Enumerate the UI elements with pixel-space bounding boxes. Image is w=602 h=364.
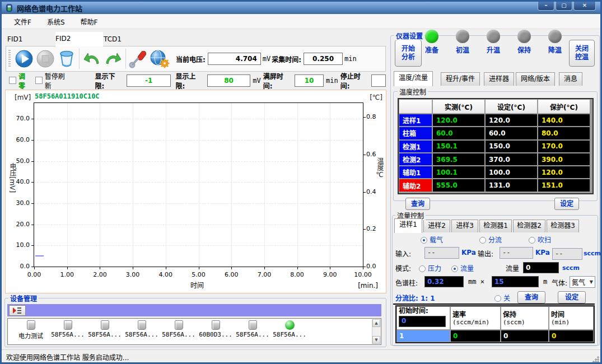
pause-refresh-checkbox[interactable] [35,77,43,84]
off-radio[interactable]: 关 [494,293,510,302]
right-axis-unit: [℃] [370,94,382,101]
flow-tab-det2[interactable]: 检测器2 [513,220,545,232]
device-item[interactable]: 电力测试 [12,320,49,340]
stop-time-input[interactable] [371,74,386,87]
close-heating-button[interactable]: 关闭 控温 [569,40,595,67]
x-tick-label: 7.00 [254,271,274,278]
row-name[interactable]: 进样1 [399,114,432,126]
zero-checkbox[interactable] [9,77,16,84]
flow-value-field[interactable]: 0 [523,262,559,273]
radio-icon[interactable] [479,237,486,244]
tab-network-version[interactable]: 网络/版本 [516,72,555,86]
initial-time-field[interactable]: 0 [399,316,446,327]
radio-icon[interactable] [421,237,427,244]
play-icon[interactable] [13,48,35,69]
gas-dropdown[interactable]: 氮气 ▼ [570,276,595,288]
y-gridline [34,245,363,246]
flow-tab-det1[interactable]: 检测器1 [479,220,512,232]
device-item[interactable]: 60B0D3... [197,320,234,340]
network-settings-icon[interactable] [149,48,170,69]
input-field[interactable]: -- [424,247,459,259]
flow-tab-det3[interactable]: 检测器3 [547,220,579,232]
upper-limit-input[interactable]: 80 [207,74,251,87]
stop-icon[interactable] [35,48,56,69]
protect-value: 151.0 [538,179,590,191]
tools-icon[interactable] [128,48,149,69]
y-tick-label: 20.0 [8,221,30,228]
ramp-row-index[interactable]: 1 [397,330,450,342]
temp-set-button[interactable]: 设定 [554,198,579,210]
device-scrollbar[interactable]: ▲ ▼ [372,319,380,344]
radio-icon[interactable] [451,265,458,272]
tab-fid2[interactable]: FID2 [55,32,103,46]
tab-injector[interactable]: 进样器 [484,72,514,86]
tab-messages[interactable]: 消息 [559,72,582,86]
flow-tab-inj1[interactable]: 进样1 [394,218,422,233]
scroll-up-icon[interactable]: ▲ [372,319,380,327]
measured-value: 100.1 [433,166,484,178]
scroll-down-icon[interactable]: ▼ [372,336,380,344]
pressure-radio[interactable]: 压力 [419,263,441,273]
tab-fid1[interactable]: FID1 [7,33,55,46]
toolbar-grip[interactable] [8,50,11,68]
input-label: 输入: [395,249,411,258]
menu-item[interactable]: 系统S [47,17,65,26]
close-heating-line1: 关闭 [570,45,594,53]
output2-unit: sccm [584,250,601,257]
upper-limit-label: 显示上限: [175,71,204,90]
resize-grip[interactable] [592,356,599,363]
y-gridline [34,161,363,162]
plot-area[interactable]: 0.00 1.00 2.00 3.00 4.00 [34,102,363,267]
instrument-icon [64,320,72,330]
fullscreen-time-unit: min [326,77,338,85]
split-radio[interactable]: 分流 [479,235,502,244]
menu-item[interactable]: 帮助F [81,17,98,26]
flow-query-button[interactable]: 查询 [517,291,545,304]
row-name[interactable]: 辅助2 [399,179,432,191]
output-field[interactable]: -- [500,247,533,259]
device-item[interactable]: 58F56A... [271,320,308,340]
flow-tab-inj3[interactable]: 进样3 [451,220,478,232]
initial-time-label: 初始时间: [399,307,448,315]
tab-program-events[interactable]: 程升/事件 [441,72,480,86]
x-gridline [67,103,68,267]
device-list-button[interactable] [9,305,26,316]
back-arrow-icon[interactable] [81,48,102,69]
device-item[interactable]: 58F56A... [123,320,160,340]
lower-limit-input[interactable]: -1 [127,74,171,87]
clear-icon[interactable] [56,48,77,69]
column-diameter-field[interactable]: 0.32 [424,276,464,287]
flow-mode-radio[interactable]: 流量 [451,263,474,273]
x-tick-mark [100,267,100,269]
carrier-gas-radio[interactable]: 载气 [421,235,443,244]
radio-icon[interactable] [419,265,426,272]
radio-icon[interactable] [494,295,501,302]
row-name[interactable]: 柱箱 [399,127,432,139]
flow-set-button[interactable]: 设定 [558,291,586,304]
row-name[interactable]: 检测1 [399,141,432,152]
temp-query-button[interactable]: 查询 [405,198,430,210]
output2-field[interactable]: -- [552,248,582,260]
x-gridline [133,103,133,267]
column-length-field[interactable]: 15 [492,276,539,287]
device-item[interactable]: 58F56A... [86,320,123,340]
device-item[interactable]: 58F56A... [234,320,271,340]
maximize-button[interactable]: ▢ [556,2,572,11]
gas-selected-value: 氮气 [572,277,585,287]
row-name[interactable]: 检测2 [399,153,432,165]
fullscreen-time-input[interactable]: 10 [295,74,324,87]
forward-arrow-icon[interactable] [102,48,124,69]
flow-tab-inj2[interactable]: 进样2 [423,220,450,232]
close-button[interactable]: ✕ [573,2,596,11]
title-bar[interactable]: 网络色谱电力工作站 – ▢ ✕ [2,2,600,14]
device-item[interactable]: 58F56A... [160,320,197,340]
menu-item[interactable]: 文件F [14,17,31,26]
set-value: 60.0 [486,127,537,139]
tab-temp-flow[interactable]: 温度/流量 [394,71,433,86]
tab-tcd1[interactable]: TCD1 [104,33,148,46]
row-name[interactable]: 辅助1 [399,166,432,178]
purge-radio[interactable]: 吹扫 [529,235,551,244]
minimize-button[interactable]: – [538,2,554,11]
radio-icon[interactable] [529,237,535,244]
device-item[interactable]: 58F56A... [49,320,86,340]
